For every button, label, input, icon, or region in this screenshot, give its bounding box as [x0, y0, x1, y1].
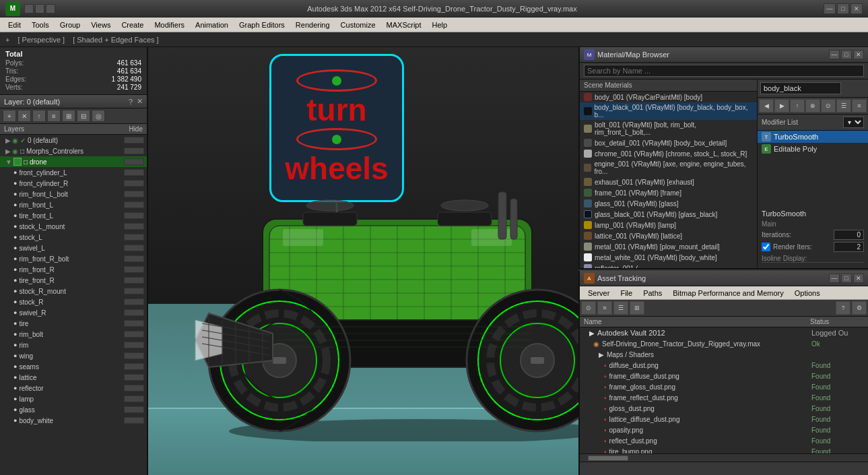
mat-item-body[interactable]: body_001 (VRayCarPaintMtl) [body] [580, 92, 757, 102]
layer-tb-delete[interactable]: ✕ [18, 110, 31, 122]
menu-customize[interactable]: Customize [335, 20, 381, 30]
menu-tools[interactable]: Tools [26, 20, 55, 30]
menu-modifiers[interactable]: Modifiers [149, 20, 190, 30]
mat-item-bolt[interactable]: bolt_001 (VRayMtl) [bolt, rim_bolt, rim_… [580, 120, 757, 137]
asset-vault-root[interactable]: ▶ Autodesk Vault 2012 Logged Ou [580, 327, 868, 338]
layer-item-tire[interactable]: ● tire [0, 318, 147, 329]
modifier-editable-poly[interactable]: E Editable Poly [758, 143, 868, 155]
layer-help-button[interactable]: ? [129, 98, 133, 106]
mat-item-reflector[interactable]: reflector_001 ( [580, 263, 757, 268]
layer-tb-btn7[interactable]: ◎ [92, 110, 105, 122]
at-tb-2[interactable]: ≡ [597, 301, 612, 315]
mb-minimize[interactable]: — [829, 50, 840, 59]
menu-graph-editors[interactable]: Graph Editors [234, 20, 290, 30]
mat-item-frame[interactable]: frame_001 (VRayMtl) [frame] [580, 187, 757, 198]
menu-rendering[interactable]: Rendering [290, 20, 335, 30]
layer-tb-btn4[interactable]: ≡ [47, 110, 61, 122]
mat-item-chrome[interactable]: chrome_001 (VRayMtl) [chrome, stock_L, s… [580, 148, 757, 159]
asset-list[interactable]: ▶ Autodesk Vault 2012 Logged Ou ◉ Self-D… [580, 327, 868, 453]
at-tb-help[interactable]: ? [836, 301, 850, 315]
layer-item-drone[interactable]: ▼ □ drone [0, 156, 147, 167]
menu-help[interactable]: Help [427, 20, 453, 30]
at-close[interactable]: ✕ [853, 274, 864, 283]
mat-item-lattice[interactable]: lattice_001 (VRayMtl) [lattice] [580, 230, 757, 241]
menu-views[interactable]: Views [86, 20, 116, 30]
menu-animation[interactable]: Animation [190, 20, 234, 30]
layer-item-front-cyl-l[interactable]: ● front_cylinder_L [0, 167, 147, 178]
mat-tool-6[interactable]: ☰ [836, 99, 851, 113]
modifier-turbosmooth[interactable]: T TurboSmooth [758, 131, 868, 143]
layer-item-stock-l-mount[interactable]: ● stock_L_mount [0, 221, 147, 232]
layer-item-seams[interactable]: ● seams [0, 361, 147, 372]
layer-item-swivel-l[interactable]: ● swivel_L [0, 243, 147, 253]
asset-max-file[interactable]: ◉ Self-Driving_Drone_Tractor_Dusty_Rigge… [580, 338, 868, 349]
asset-file-reflect-dust[interactable]: ▪ reflect_dust.png Found [580, 435, 868, 446]
layer-tb-btn6[interactable]: ⊟ [77, 110, 90, 122]
asset-menu-file[interactable]: File [615, 288, 638, 298]
layer-close-button[interactable]: ✕ [137, 97, 143, 106]
mat-tool-5[interactable]: ⊙ [821, 99, 836, 113]
mat-tool-7[interactable]: ≡ [852, 99, 867, 113]
mat-item-body-black[interactable]: body_black_001 (VRayMtl) [body_black, bo… [580, 102, 757, 120]
layer-item-rim-fl-bolt[interactable]: ● rim_front_L_bolt [0, 189, 147, 199]
layer-item-lamp[interactable]: ● lamp [0, 393, 147, 404]
asset-menu-bitmap-perf[interactable]: Bitmap Performance and Memory [667, 288, 789, 298]
expand-icon[interactable]: ▶ [5, 137, 11, 144]
mat-item-box-detail[interactable]: box_detail_001 (VRayMtl) [body_box_detai… [580, 137, 757, 148]
layer-item-stock-l[interactable]: ● stock_L [0, 232, 147, 243]
layer-tb-btn5[interactable]: ⊞ [62, 110, 75, 122]
mat-item-glass[interactable]: glass_001 (VRayMtl) [glass] [580, 198, 757, 209]
at-maximize[interactable]: □ [841, 274, 852, 283]
close-button[interactable]: ✕ [850, 3, 863, 14]
scrollbar-thumb[interactable] [588, 455, 628, 461]
mat-tool-4[interactable]: ⊕ [805, 99, 820, 113]
mat-tool-1[interactable]: ◀ [759, 99, 774, 113]
layer-item-glass[interactable]: ● glass [0, 404, 147, 415]
layer-list[interactable]: ▶ ◉ ✓ 0 (default) ▶ ◉ □ Morphs_Controler… [0, 135, 147, 475]
modifier-list[interactable]: T TurboSmooth E Editable Poly [758, 131, 868, 207]
material-search-input[interactable] [584, 65, 864, 77]
expand-icon[interactable]: ▼ [5, 158, 12, 166]
minimize-button[interactable]: — [824, 3, 836, 14]
menu-maxscript[interactable]: MAXScript [381, 20, 427, 30]
mb-close[interactable]: ✕ [853, 50, 864, 59]
mat-item-glass-black[interactable]: glass_black_001 (VRayMtl) [glass_black] [580, 209, 757, 220]
layer-item-stock-r-mount[interactable]: ● stock_R_mount [0, 286, 147, 296]
material-name-field[interactable] [760, 82, 841, 94]
maximize-button[interactable]: □ [837, 3, 849, 14]
asset-maps-folder[interactable]: ▶ Maps / Shaders [580, 349, 868, 360]
layer-item-swivel-r[interactable]: ● swivel_R [0, 307, 147, 318]
asset-file-diffuse-dust[interactable]: ▪ diffuse_dust.png Found [580, 360, 868, 371]
layer-tb-up[interactable]: ↑ [32, 110, 46, 122]
layer-item-front-cyl-r[interactable]: ● front_cylinder_R [0, 178, 147, 189]
toolbar-icon-3[interactable] [46, 4, 55, 13]
render-iters-input[interactable] [834, 242, 864, 252]
mat-item-lamp[interactable]: lamp_001 (VRayMtl) [lamp] [580, 220, 757, 230]
layer-item-body-white[interactable]: ● body_white [0, 415, 147, 426]
layer-item-stock-r[interactable]: ● stock_R [0, 296, 147, 307]
at-tb-3[interactable]: ☰ [613, 301, 628, 315]
mat-item-metal[interactable]: metal_001 (VRayMtl) [plow_mount_detail] [580, 241, 757, 252]
layer-item-rim-fl[interactable]: ● rim_front_L [0, 199, 147, 210]
asset-menu-paths[interactable]: Paths [638, 288, 667, 298]
asset-menu-options[interactable]: Options [789, 288, 826, 298]
material-list[interactable]: body_001 (VRayCarPaintMtl) [body] body_b… [580, 92, 757, 268]
asset-file-gloss-dust[interactable]: ▪ gloss_dust.png Found [580, 403, 868, 414]
menu-create[interactable]: Create [116, 20, 149, 30]
at-tb-1[interactable]: ⊙ [581, 301, 596, 315]
layer-item-lattice[interactable]: ● lattice [0, 372, 147, 383]
menu-group[interactable]: Group [55, 20, 86, 30]
asset-menu-server[interactable]: Server [582, 288, 615, 298]
asset-file-frame-diffuse[interactable]: ▪ frame_diffuse_dust.png Found [580, 371, 868, 381]
render-iters-checkbox[interactable] [762, 243, 770, 251]
mat-item-exhaust[interactable]: exhaust_001 (VRayMtl) [exhaust] [580, 177, 757, 187]
layer-item-rim-fr-bolt[interactable]: ● rim_front_R_bolt [0, 253, 147, 264]
mat-tool-2[interactable]: ▶ [774, 99, 789, 113]
at-tb-settings[interactable]: ⚙ [852, 301, 867, 315]
layer-item-wing[interactable]: ● wing [0, 350, 147, 361]
layer-item-tire-fl[interactable]: ● tire_front_L [0, 210, 147, 221]
iterations-input[interactable] [834, 230, 864, 240]
expand-icon[interactable]: ▶ [5, 148, 11, 155]
viewport[interactable]: turn wheels [148, 47, 578, 475]
at-minimize[interactable]: — [829, 274, 840, 283]
